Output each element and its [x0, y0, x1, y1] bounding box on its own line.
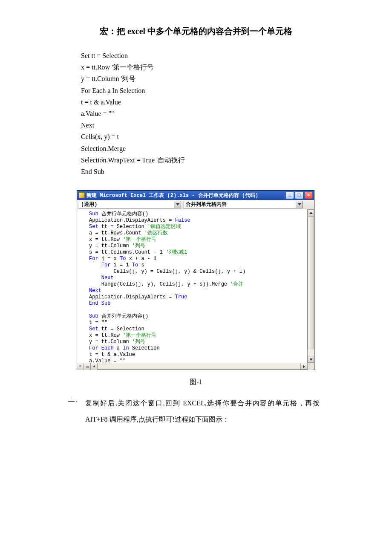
- view-mode-full[interactable]: ☰: [84, 363, 91, 370]
- code-line: Set tt = Selection: [81, 50, 392, 61]
- maximize-button[interactable]: □: [295, 191, 303, 199]
- code-editor[interactable]: Sub 合并行单元格内容() Application.DisplayAlerts…: [77, 209, 307, 363]
- resize-grip[interactable]: [307, 363, 314, 370]
- scroll-right-button[interactable]: [300, 363, 307, 370]
- procedure-dropdown[interactable]: 合并列单元格内容: [184, 201, 303, 208]
- scroll-track[interactable]: [308, 216, 314, 356]
- view-mode-procedure[interactable]: ≡: [77, 363, 84, 370]
- app-icon: [79, 192, 85, 198]
- horizontal-scrollbar: ≡ ☰ ◄: [77, 363, 314, 370]
- minimize-button[interactable]: _: [285, 191, 294, 199]
- toolbar: (通用) 合并列单元格内容: [77, 200, 314, 209]
- code-line: Cells(x, y) = t: [81, 131, 392, 142]
- code-line: t = t & a.Value: [81, 96, 392, 108]
- code-line: x = tt.Row '第一个格行号: [81, 61, 392, 73]
- object-dropdown[interactable]: (通用): [79, 201, 181, 208]
- window-titlebar[interactable]: 新建 Microsoft Excel 工作表 (2).xls - 合并行单元格内…: [77, 191, 314, 200]
- code-line: Selection.Merge: [81, 143, 392, 154]
- scroll-up-button[interactable]: [308, 209, 314, 216]
- close-button[interactable]: ×: [304, 191, 313, 199]
- window-title: 新建 Microsoft Excel 工作表 (2).xls - 合并行单元格内…: [86, 192, 285, 199]
- scroll-thumb[interactable]: [308, 216, 314, 349]
- page-title: 宏：把 excel 中多个单元格的内容合并到一个单元格: [0, 26, 392, 37]
- figure-caption: 图-1: [0, 378, 392, 387]
- code-line: y = tt.Column '列号: [81, 73, 392, 84]
- object-dropdown-value: (通用): [81, 201, 97, 208]
- scroll-left-button[interactable]: ◄: [91, 363, 98, 370]
- chevron-down-icon[interactable]: [174, 201, 181, 208]
- instruction-text: 复制好后,关闭这个窗口,回到 EXCEL,选择你要合并内容的单元格，再按 AIT…: [85, 395, 320, 428]
- code-line: Selection.WrapText = True '自动换行: [81, 154, 392, 166]
- step-number: 二、: [68, 395, 82, 404]
- code-line: Next: [81, 119, 392, 131]
- vertical-scrollbar[interactable]: [307, 209, 314, 363]
- code-line: a.Value = "": [81, 108, 392, 119]
- code-block-top: Set tt = Selection x = tt.Row '第一个格行号 y …: [81, 50, 392, 177]
- chevron-down-icon[interactable]: [296, 201, 303, 208]
- procedure-dropdown-value: 合并列单元格内容: [186, 201, 227, 208]
- scroll-down-button[interactable]: [308, 356, 314, 363]
- code-line: For Each a In Selection: [81, 85, 392, 96]
- hscroll-track[interactable]: [98, 363, 300, 370]
- vba-editor-window: 新建 Microsoft Excel 工作表 (2).xls - 合并行单元格内…: [77, 190, 314, 370]
- code-line: End Sub: [81, 166, 392, 177]
